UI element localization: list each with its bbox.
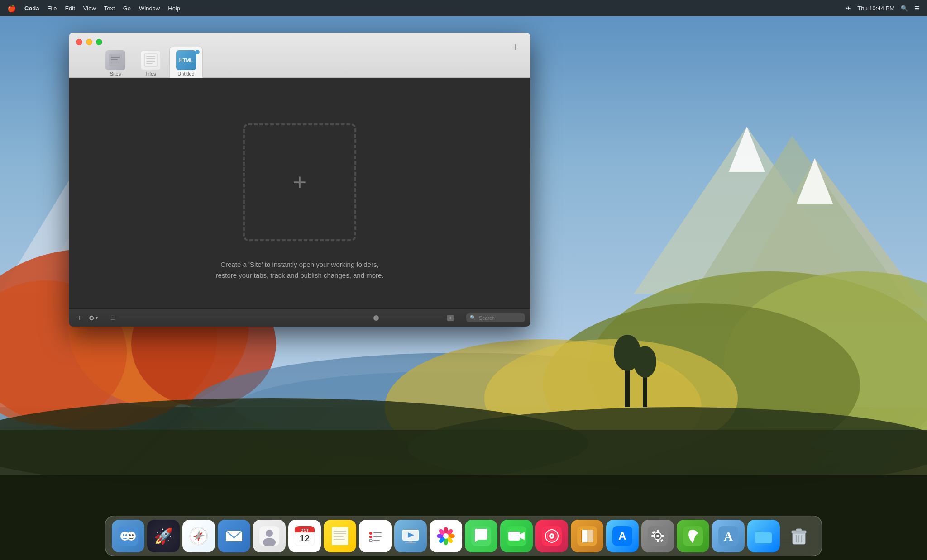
- dock-item-finder[interactable]: [112, 520, 144, 552]
- dock-item-reminders[interactable]: [359, 520, 392, 552]
- tabs-container: Sites Files: [99, 33, 203, 77]
- dock-item-folder-blue[interactable]: [747, 520, 780, 552]
- svg-rect-118: [796, 529, 802, 532]
- bottom-add-button[interactable]: +: [74, 313, 85, 323]
- dock-item-appstore[interactable]: A: [606, 520, 639, 552]
- desktop: 🍎 Coda File Edit View Text Go Window Hel…: [0, 0, 927, 560]
- messages-icon: [471, 526, 491, 546]
- menubar-go[interactable]: Go: [123, 5, 131, 12]
- svg-rect-34: [111, 62, 119, 62]
- svg-point-68: [369, 532, 372, 535]
- dock-item-photos[interactable]: [430, 520, 462, 552]
- notes-icon: [330, 526, 350, 546]
- books-icon: [577, 526, 597, 546]
- window-close-button[interactable]: [76, 39, 82, 45]
- dock-item-slideshow[interactable]: [394, 520, 427, 552]
- system-prefs-icon: [648, 526, 668, 546]
- size-slider[interactable]: [119, 318, 444, 318]
- menubar-right: ✈ Thu 10:44 PM 🔍 ☰: [846, 5, 920, 12]
- svg-point-29: [634, 346, 656, 378]
- svg-text:A: A: [724, 529, 733, 543]
- menubar-notification-icon[interactable]: ✈: [846, 5, 851, 12]
- menubar-file[interactable]: File: [48, 5, 57, 12]
- files-tab-icon: [141, 50, 161, 70]
- tab-html-badge: [195, 50, 200, 54]
- svg-rect-101: [581, 530, 582, 542]
- svg-rect-33: [111, 59, 118, 60]
- sites-tab-label: Sites: [110, 71, 121, 76]
- svg-rect-73: [373, 540, 380, 541]
- menubar-edit[interactable]: Edit: [65, 5, 75, 12]
- menubar-menu-icon[interactable]: ☰: [914, 5, 920, 12]
- svg-rect-36: [146, 56, 155, 57]
- drop-plus-icon: +: [293, 171, 306, 194]
- dock-item-facetime[interactable]: [500, 520, 533, 552]
- mail-icon: [224, 526, 244, 546]
- dock-item-launchpad[interactable]: 🚀: [147, 520, 180, 552]
- dock-item-leaf[interactable]: [677, 520, 709, 552]
- menubar-text[interactable]: Text: [104, 5, 115, 12]
- slider-grip[interactable]: ▮: [447, 315, 454, 321]
- search-placeholder-text: Search: [479, 315, 495, 321]
- dock-item-messages[interactable]: [465, 520, 497, 552]
- svg-point-43: [123, 534, 124, 536]
- svg-point-45: [129, 534, 131, 536]
- dock-item-system-prefs[interactable]: [641, 520, 674, 552]
- drop-zone[interactable]: +: [243, 123, 356, 241]
- svg-rect-66: [334, 539, 345, 540]
- sites-tab-icon: [105, 50, 125, 70]
- dock-item-music[interactable]: [535, 520, 568, 552]
- svg-rect-35: [144, 54, 157, 66]
- menubar-view[interactable]: View: [83, 5, 96, 12]
- svg-point-42: [127, 532, 136, 541]
- dock-item-fontbook[interactable]: A: [712, 520, 745, 552]
- window-content: + Create a 'Site' to instantly open your…: [69, 78, 530, 327]
- svg-rect-110: [661, 535, 664, 537]
- menubar-left: 🍎 Coda File Edit View Text Go Window Hel…: [7, 4, 846, 13]
- files-tab-label: Files: [145, 71, 156, 76]
- bottom-gear-button[interactable]: ⚙ ▾: [89, 314, 98, 322]
- svg-point-70: [369, 536, 372, 538]
- dock-item-calendar[interactable]: OCT 12: [288, 520, 321, 552]
- music-icon: [542, 526, 562, 546]
- tab-untitled[interactable]: HTML Untitled: [169, 47, 203, 80]
- dock-item-contacts[interactable]: [253, 520, 286, 552]
- tab-files[interactable]: Files: [134, 47, 167, 80]
- dock-item-safari[interactable]: [182, 520, 215, 552]
- dock-item-mail[interactable]: [218, 520, 250, 552]
- leaf-icon: [683, 526, 703, 546]
- svg-rect-65: [334, 536, 344, 537]
- menubar-window[interactable]: Window: [139, 5, 160, 12]
- slider-area: ☰ ▮: [101, 315, 463, 321]
- dock-item-books[interactable]: [571, 520, 603, 552]
- appstore-icon: A: [612, 526, 632, 546]
- menubar-search-icon[interactable]: 🔍: [901, 5, 908, 12]
- empty-state-description: Create a 'Site' to instantly open your w…: [215, 259, 383, 281]
- html-tab-icon: HTML: [176, 50, 196, 70]
- menubar-coda[interactable]: Coda: [24, 5, 39, 12]
- svg-rect-109: [651, 535, 654, 537]
- untitled-tab-label: Untitled: [177, 71, 194, 76]
- menubar-help[interactable]: Help: [168, 5, 180, 12]
- fontbook-icon: A: [718, 526, 738, 546]
- svg-rect-64: [334, 533, 346, 534]
- apple-menu[interactable]: 🍎: [7, 4, 16, 13]
- dock-item-notes[interactable]: [324, 520, 356, 552]
- contacts-icon: [259, 526, 279, 546]
- svg-rect-77: [409, 541, 412, 542]
- window-maximize-button[interactable]: [96, 39, 102, 45]
- slideshow-icon: [401, 526, 420, 546]
- svg-text:A: A: [618, 530, 626, 542]
- search-icon: 🔍: [470, 315, 476, 321]
- svg-rect-78: [405, 542, 416, 543]
- chevron-down-icon: ▾: [96, 315, 98, 320]
- dock-item-trash[interactable]: [783, 520, 815, 552]
- add-tab-button[interactable]: +: [507, 39, 523, 55]
- reminders-icon: [365, 526, 385, 546]
- window-minimize-button[interactable]: [86, 39, 92, 45]
- window-controls: [76, 39, 102, 45]
- tab-sites[interactable]: Sites: [99, 47, 132, 80]
- svg-text:OCT: OCT: [301, 528, 310, 532]
- gear-icon: ⚙: [89, 314, 95, 322]
- search-box[interactable]: 🔍 Search: [466, 313, 525, 322]
